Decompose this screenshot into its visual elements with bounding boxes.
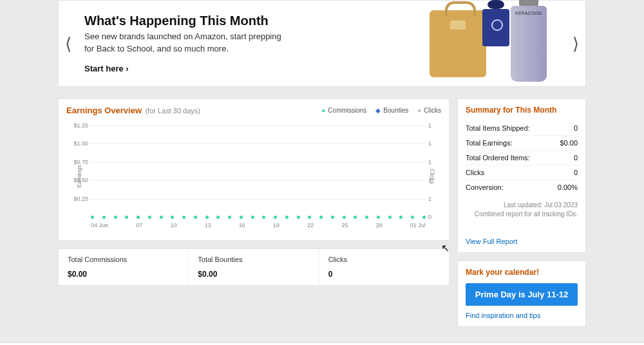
chart-point xyxy=(262,216,265,219)
banner-product-images: KÉRASTASE xyxy=(430,6,547,82)
chart-point xyxy=(216,216,220,219)
summary-meta-combined: Combined report for all tracking IDs. xyxy=(466,210,578,219)
chart-point xyxy=(125,216,128,219)
earnings-chart: Earnings Clicks $0.25$0.50$0.75$1.00$1.2… xyxy=(66,122,441,231)
chart-point xyxy=(91,216,94,219)
y-left-tick: $1.25 xyxy=(69,122,88,129)
stat-clicks-value: 0 xyxy=(328,270,440,279)
chart-point xyxy=(148,216,151,219)
stats-card: Total Commissions $0.00 Total Bounties $… xyxy=(58,248,450,286)
chart-point xyxy=(354,216,357,219)
chart-point xyxy=(285,216,289,219)
prime-day-button[interactable]: Prime Day is July 11-12 xyxy=(466,283,578,306)
product-perfume-icon xyxy=(482,9,509,46)
chart-point xyxy=(114,216,117,219)
chart-point xyxy=(388,216,392,219)
stat-bounties-label: Total Bounties xyxy=(198,256,309,263)
chart-point xyxy=(137,216,140,219)
y-left-tick: $0.75 xyxy=(69,159,88,165)
calendar-title: Mark your calendar! xyxy=(466,268,578,277)
carousel-prev-icon[interactable]: ⟨ xyxy=(65,33,71,53)
x-tick: 25 xyxy=(341,222,348,228)
chart-point xyxy=(240,216,243,219)
summary-row: Total Ordered Items:0 xyxy=(466,151,578,165)
legend-commissions: Commissions xyxy=(321,107,366,114)
x-tick: 22 xyxy=(307,222,314,228)
stat-clicks: Clicks 0 xyxy=(319,249,449,285)
y-axis-left-title: Earnings xyxy=(76,165,82,188)
summary-row: Total Items Shipped:0 xyxy=(466,121,578,136)
stat-clicks-label: Clicks xyxy=(328,256,440,263)
inspiration-link[interactable]: Find inspiration and tips xyxy=(466,312,540,319)
banner-subtitle: See new brands launched on Amazon, start… xyxy=(84,31,290,54)
summary-row-value: 0 xyxy=(574,154,578,162)
y-right-tick: 1 xyxy=(428,140,439,147)
summary-row-label: Clicks xyxy=(466,169,484,176)
x-tick: 28 xyxy=(376,222,383,228)
chart-point xyxy=(182,216,185,219)
x-tick: 19 xyxy=(273,222,279,228)
summary-row-label: Total Ordered Items: xyxy=(466,154,530,162)
chart-point xyxy=(422,216,426,219)
product-tube-icon: KÉRASTASE xyxy=(511,6,547,82)
summary-row: Clicks0 xyxy=(466,165,578,180)
banner-title: What's Happening This Month xyxy=(84,14,417,28)
y-right-tick: 1 xyxy=(428,122,439,129)
summary-row: Total Earnings:$0.00 xyxy=(466,136,578,151)
summary-row-label: Conversion: xyxy=(466,183,504,191)
chart-point xyxy=(365,216,368,219)
summary-row-label: Total Items Shipped: xyxy=(466,124,530,132)
y-left-tick: $1.00 xyxy=(69,140,88,147)
product-backpack-icon xyxy=(430,10,486,77)
y-left-tick: $0.25 xyxy=(69,196,88,202)
chart-legend: Commissions Bounties Clicks xyxy=(321,107,441,114)
summary-card: Summary for This Month Total Items Shipp… xyxy=(457,98,586,253)
earnings-period: (for Last 30 days) xyxy=(145,107,200,115)
legend-clicks: Clicks xyxy=(417,107,441,114)
legend-bounties: Bounties xyxy=(375,107,408,114)
stat-bounties: Total Bounties $0.00 xyxy=(189,249,319,285)
x-tick: 04 Jun xyxy=(91,222,108,228)
summary-row-value: $0.00 xyxy=(560,139,578,147)
summary-row: Conversion:0.00% xyxy=(466,180,578,194)
chart-point xyxy=(194,216,197,219)
calendar-card: Mark your calendar! Prime Day is July 11… xyxy=(457,261,586,327)
stat-bounties-value: $0.00 xyxy=(198,270,309,279)
earnings-title: Earnings Overview xyxy=(66,106,142,115)
chart-point xyxy=(331,216,334,219)
chart-point xyxy=(411,216,414,219)
summary-title: Summary for This Month xyxy=(466,106,578,115)
earnings-overview-card: Earnings Overview (for Last 30 days) Com… xyxy=(58,98,450,241)
chart-point xyxy=(171,216,174,219)
y-right-tick: 1 xyxy=(428,177,439,183)
y-right-tick: 0 xyxy=(428,214,439,220)
chart-point xyxy=(160,216,163,219)
chart-point xyxy=(251,216,254,219)
stat-commissions-value: $0.00 xyxy=(68,270,179,279)
y-right-tick: 1 xyxy=(428,196,439,202)
y-left-tick: $0.50 xyxy=(69,177,88,183)
stat-commissions: Total Commissions $0.00 xyxy=(59,249,189,285)
chart-point xyxy=(102,216,106,219)
chart-point xyxy=(297,216,300,219)
chart-point xyxy=(228,216,231,219)
y-right-tick: 1 xyxy=(428,159,439,165)
chart-point xyxy=(377,216,380,219)
x-tick: 10 xyxy=(170,222,176,228)
stat-commissions-label: Total Commissions xyxy=(68,256,179,263)
tube-brand-label: KÉRASTASE xyxy=(515,11,542,15)
summary-row-label: Total Earnings: xyxy=(466,139,513,147)
summary-row-value: 0.00% xyxy=(558,183,578,191)
x-tick: 16 xyxy=(239,222,245,228)
chart-point xyxy=(343,216,346,219)
chart-point xyxy=(274,216,277,219)
banner-cta-link[interactable]: Start here xyxy=(84,64,129,73)
x-tick: 01 Jul xyxy=(410,222,426,228)
x-tick: 13 xyxy=(205,222,211,228)
promo-banner: ⟨ What's Happening This Month See new br… xyxy=(58,0,586,87)
summary-row-value: 0 xyxy=(574,169,578,176)
carousel-next-icon[interactable]: ⟩ xyxy=(573,33,579,53)
summary-meta-updated: Last updated: Jul 03 2023 xyxy=(466,201,578,210)
view-full-report-link[interactable]: View Full Report xyxy=(466,238,518,245)
chart-point xyxy=(319,216,323,219)
